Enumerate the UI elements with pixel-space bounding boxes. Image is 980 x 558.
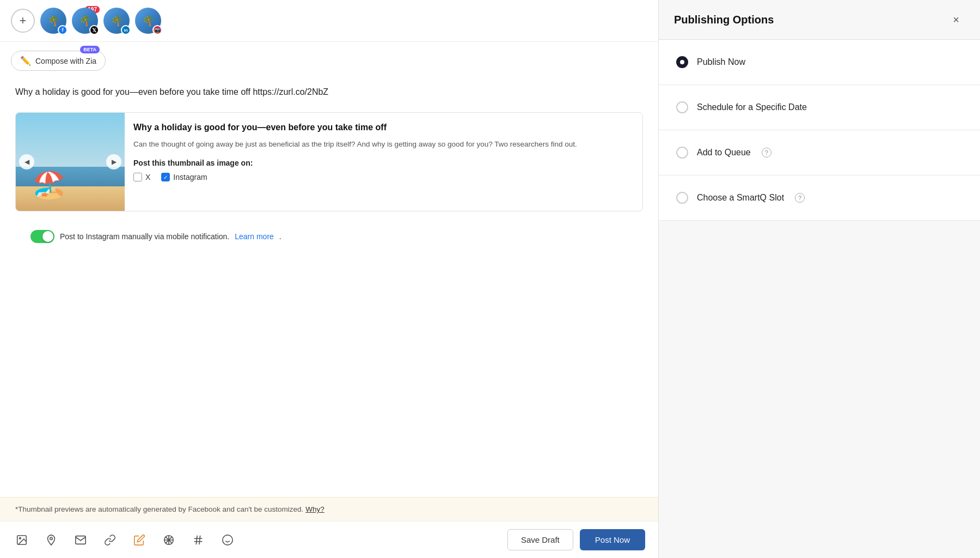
thumbnail-notice-text: *Thumbnail previews are automatically ge… xyxy=(15,505,303,513)
svg-point-8 xyxy=(223,535,232,544)
grid-icon-button[interactable] xyxy=(160,531,177,549)
message-icon xyxy=(75,534,87,546)
publish-now-option[interactable]: Publish Now xyxy=(659,40,980,85)
preview-nav-left[interactable]: ◀ xyxy=(19,154,34,169)
image-icon-button[interactable] xyxy=(13,531,30,549)
edit-icon xyxy=(133,534,145,546)
compose-zia-button[interactable]: BETA ✏️ Compose with Zia xyxy=(11,51,106,71)
svg-line-6 xyxy=(196,535,197,544)
post-text: Why a holiday is good for you—even befor… xyxy=(15,85,643,99)
thumb-label-instagram: Instagram xyxy=(173,173,207,181)
social-badge-linkedin: in xyxy=(121,25,131,35)
right-panel-title: Publishing Options xyxy=(674,14,774,26)
message-icon-button[interactable] xyxy=(72,531,89,549)
smartq-help-icon[interactable]: ? xyxy=(795,193,805,203)
profile-x[interactable]: 197 🌴 𝕏 xyxy=(72,8,98,34)
main-layout: + 🌴 f 197 🌴 𝕏 🌴 xyxy=(0,0,980,558)
social-badge-fb: f xyxy=(58,25,68,35)
instagram-toggle-row: Post to Instagram manually via mobile no… xyxy=(15,222,643,251)
location-icon xyxy=(45,534,57,546)
radio-add-queue[interactable] xyxy=(676,147,688,159)
smartq-option[interactable]: Choose a SmartQ Slot ? xyxy=(659,175,980,221)
preview-image: 🏖️ ◀ ▶ xyxy=(16,113,125,211)
schedule-date-option[interactable]: Schedule for a Specific Date xyxy=(659,85,980,130)
why-link[interactable]: Why? xyxy=(305,505,324,513)
radio-inner-publish-now xyxy=(680,60,684,64)
link-icon-button[interactable] xyxy=(101,531,119,549)
learn-more-link[interactable]: Learn more xyxy=(235,232,274,241)
right-panel-header: Publishing Options × xyxy=(659,0,980,40)
social-badge-x: 𝕏 xyxy=(89,25,99,35)
radio-publish-now[interactable] xyxy=(676,56,688,68)
add-to-queue-option[interactable]: Add to Queue ? xyxy=(659,130,980,175)
bottom-actions: Save Draft Post Now xyxy=(507,529,645,550)
thumbnail-notice: *Thumbnail previews are automatically ge… xyxy=(0,497,658,521)
publish-now-label: Publish Now xyxy=(697,57,745,67)
profile-instagram[interactable]: 🌴 📷 xyxy=(135,8,161,34)
plus-icon: + xyxy=(20,14,27,28)
checkbox-instagram[interactable]: ✓ xyxy=(161,173,170,181)
right-panel: Publishing Options × Publish Now Schedul… xyxy=(659,0,980,558)
thumbnail-options: X ✓ Instagram xyxy=(133,173,634,181)
toolbar: + 🌴 f 197 🌴 𝕏 🌴 xyxy=(0,0,658,42)
publishing-options: Publish Now Schedule for a Specific Date… xyxy=(659,40,980,558)
hashtag-icon-button[interactable] xyxy=(189,531,207,549)
hashtag-icon xyxy=(192,534,204,546)
radio-smartq[interactable] xyxy=(676,192,688,204)
thumbnail-label: Post this thumbnail as image on: xyxy=(133,159,634,167)
profile-fb[interactable]: 🌴 f xyxy=(40,8,66,34)
emoji-icon-button[interactable] xyxy=(219,531,236,549)
instagram-toggle[interactable] xyxy=(30,230,54,243)
svg-point-2 xyxy=(50,537,53,539)
period: . xyxy=(279,232,281,241)
preview-description: Can the thought of going away be just as… xyxy=(133,139,634,150)
edit-icon-button[interactable] xyxy=(131,531,148,549)
emoji-icon xyxy=(222,534,234,546)
preview-nav-right[interactable]: ▶ xyxy=(106,154,121,169)
svg-line-7 xyxy=(199,535,200,544)
zia-icon: ✏️ xyxy=(20,56,31,66)
post-now-button[interactable]: Post Now xyxy=(580,529,645,550)
thumb-label-x: X xyxy=(145,173,150,181)
add-queue-label: Add to Queue xyxy=(697,148,751,157)
bottom-toolbar: Save Draft Post Now xyxy=(0,521,658,558)
svg-point-1 xyxy=(19,537,21,539)
schedule-date-label: Schedule for a Specific Date xyxy=(697,102,807,112)
link-preview-card: 🏖️ ◀ ▶ Why a holiday is good for you—eve… xyxy=(15,112,643,211)
smartq-label: Choose a SmartQ Slot xyxy=(697,193,784,203)
grid-icon xyxy=(163,534,175,546)
preview-title: Why a holiday is good for you—even befor… xyxy=(133,122,634,134)
content-area: Why a holiday is good for you—even befor… xyxy=(0,80,658,497)
radio-schedule-date[interactable] xyxy=(676,101,688,113)
location-icon-button[interactable] xyxy=(42,531,60,549)
beta-badge: BETA xyxy=(80,46,100,53)
social-badge-instagram: 📷 xyxy=(152,25,162,35)
profile-linkedin[interactable]: 🌴 in xyxy=(103,8,130,34)
toggle-thumb xyxy=(42,231,53,242)
save-draft-button[interactable]: Save Draft xyxy=(507,529,573,550)
link-icon xyxy=(104,534,116,546)
preview-content: Why a holiday is good for you—even befor… xyxy=(125,113,642,211)
checkbox-x[interactable] xyxy=(133,173,142,181)
bottom-icons xyxy=(13,531,494,549)
add-queue-help-icon[interactable]: ? xyxy=(762,148,771,157)
instagram-toggle-text: Post to Instagram manually via mobile no… xyxy=(60,232,229,241)
add-profile-button[interactable]: + xyxy=(11,9,35,33)
left-panel: + 🌴 f 197 🌴 𝕏 🌴 xyxy=(0,0,659,558)
thumb-option-x[interactable]: X xyxy=(133,173,150,181)
image-icon xyxy=(16,534,28,546)
compose-zia-label: Compose with Zia xyxy=(35,57,96,65)
close-button[interactable]: × xyxy=(947,11,965,28)
thumb-option-instagram[interactable]: ✓ Instagram xyxy=(161,173,207,181)
chair-figure: 🏖️ xyxy=(32,168,66,200)
